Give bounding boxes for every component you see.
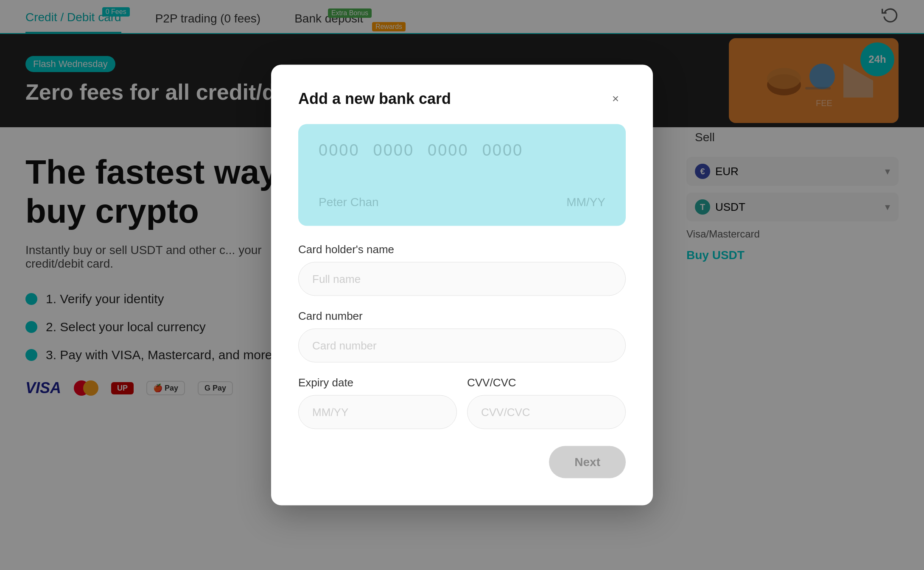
card-bottom: Peter Chan MM/YY	[319, 196, 605, 209]
modal-add-card: Add a new bank card × 0000 0000 0000 000…	[271, 65, 653, 506]
expiry-input[interactable]	[298, 395, 457, 429]
card-number-label: Card number	[298, 310, 626, 323]
cvv-input[interactable]	[467, 395, 626, 429]
next-button[interactable]: Next	[549, 446, 626, 478]
card-num-2: 0000	[373, 141, 414, 159]
card-num-1: 0000	[319, 141, 360, 159]
card-expiry-display: MM/YY	[566, 196, 605, 209]
card-number-display: 0000 0000 0000 0000	[319, 141, 605, 159]
expiry-cvv-row: Expiry date CVV/CVC	[298, 376, 626, 443]
modal-header: Add a new bank card ×	[298, 89, 626, 109]
holder-name-label: Card holder's name	[298, 243, 626, 256]
card-preview: 0000 0000 0000 0000 Peter Chan MM/YY	[298, 124, 626, 226]
card-num-3: 0000	[428, 141, 469, 159]
modal-close-button[interactable]: ×	[605, 89, 626, 109]
holder-name-input[interactable]	[298, 262, 626, 296]
cvv-field-group: CVV/CVC	[467, 376, 626, 429]
modal-title: Add a new bank card	[298, 90, 451, 108]
holder-name-field-group: Card holder's name	[298, 243, 626, 296]
expiry-label: Expiry date	[298, 376, 457, 389]
expiry-field-group: Expiry date	[298, 376, 457, 429]
cvv-label: CVV/CVC	[467, 376, 626, 389]
card-num-4: 0000	[482, 141, 524, 159]
card-holder-display: Peter Chan	[319, 196, 379, 209]
card-number-field-group: Card number	[298, 310, 626, 363]
card-number-input[interactable]	[298, 329, 626, 363]
